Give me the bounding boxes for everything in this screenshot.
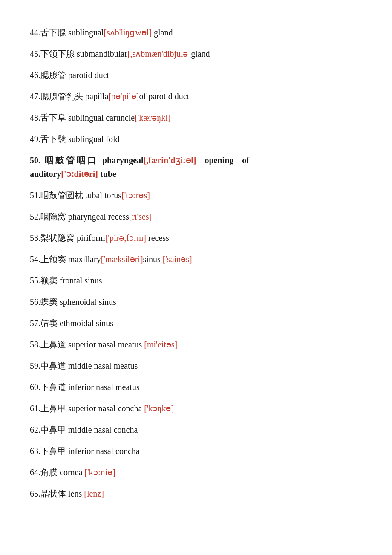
entry-46-text: 46.腮腺管 parotid duct	[30, 70, 109, 80]
entry-65-text: 65.晶状体 lens [lenz]	[30, 489, 104, 498]
entry-62: 62.中鼻甲 middle nasal concha	[30, 423, 362, 436]
entry-58-text: 58.上鼻道 superior nasal meatus [mi'eitəs]	[30, 340, 177, 349]
entry-52-text: 52.咽隐窝 pharyngeal recess[ri'ses]	[30, 212, 152, 221]
entry-65: 65.晶状体 lens [lenz]	[30, 487, 362, 500]
entry-48: 48.舌下阜 sublingual caruncle['kærəŋkl]	[30, 111, 362, 124]
entry-53: 53.梨状隐窝 piriform['pirə,fɔːm] recess	[30, 231, 362, 245]
entry-50-continuation-text: auditory['ɔːditəri] tube	[30, 169, 116, 179]
entry-60-text: 60.下鼻道 inferior nasal meatus	[30, 382, 140, 392]
entry-57-text: 57.筛窦 ethmoidal sinus	[30, 318, 113, 328]
entry-55: 55.额窦 frontal sinus	[30, 274, 362, 287]
entry-61: 61.上鼻甲 superior nasal concha ['kɔŋkə]	[30, 402, 362, 415]
entry-62-text: 62.中鼻甲 middle nasal concha	[30, 425, 138, 434]
entry-58: 58.上鼻道 superior nasal meatus [mi'eitəs]	[30, 338, 362, 351]
entry-47: 47.腮腺管乳头 papilla[pə'pilə]of parotid duct	[30, 90, 362, 103]
entry-50-text: 50. 咽 鼓 管 咽 口 pharyngeal[,færin'dʒiːəl] …	[30, 156, 249, 165]
content: 44.舌下腺 sublingual[sʌb'liŋɡwəl] gland 45.…	[30, 26, 362, 500]
entry-56: 56.蝶窦 sphenoidal sinus	[30, 295, 362, 309]
entry-57: 57.筛窦 ethmoidal sinus	[30, 316, 362, 330]
entry-56-text: 56.蝶窦 sphenoidal sinus	[30, 297, 116, 306]
entry-46: 46.腮腺管 parotid duct	[30, 68, 362, 82]
entry-47-text: 47.腮腺管乳头 papilla[pə'pilə]of parotid duct	[30, 92, 189, 101]
entry-54: 54.上颌窦 maxillary['mæksiləri]sinus ['sain…	[30, 252, 362, 266]
entry-51-text: 51.咽鼓管圆枕 tubal torus['tɔːrəs]	[30, 191, 150, 200]
entry-44: 44.舌下腺 sublingual[sʌb'liŋɡwəl] gland	[30, 26, 362, 39]
entry-64: 64.角膜 cornea ['kɔːniə]	[30, 465, 362, 479]
entry-52: 52.咽隐窝 pharyngeal recess[ri'ses]	[30, 210, 362, 223]
entry-64-text: 64.角膜 cornea ['kɔːniə]	[30, 468, 115, 477]
entry-49: 49.舌下襞 sublingual fold	[30, 132, 362, 146]
entry-54-text: 54.上颌窦 maxillary['mæksiləri]sinus ['sain…	[30, 254, 192, 264]
entry-63-text: 63.下鼻甲 inferior nasal concha	[30, 446, 140, 456]
entry-48-text: 48.舌下阜 sublingual caruncle['kærəŋkl]	[30, 113, 170, 122]
entry-59: 59.中鼻道 middle nasal meatus	[30, 359, 362, 373]
entry-49-text: 49.舌下襞 sublingual fold	[30, 134, 120, 144]
entry-45: 45.下颌下腺 submandibular[,sʌbmæn'dibjulə]gl…	[30, 47, 362, 61]
entry-61-text: 61.上鼻甲 superior nasal concha ['kɔŋkə]	[30, 404, 174, 413]
entry-63: 63.下鼻甲 inferior nasal concha	[30, 444, 362, 458]
entry-50-continuation: auditory['ɔːditəri] tube	[30, 167, 362, 181]
entry-51: 51.咽鼓管圆枕 tubal torus['tɔːrəs]	[30, 188, 362, 202]
entry-55-text: 55.额窦 frontal sinus	[30, 276, 102, 285]
entry-53-text: 53.梨状隐窝 piriform['pirə,fɔːm] recess	[30, 233, 169, 243]
entry-50: 50. 咽 鼓 管 咽 口 pharyngeal[,færin'dʒiːəl] …	[30, 153, 362, 167]
entry-45-text: 45.下颌下腺 submandibular[,sʌbmæn'dibjulə]gl…	[30, 49, 210, 58]
entry-44-text: 44.舌下腺 sublingual[sʌb'liŋɡwəl] gland	[30, 28, 173, 37]
entry-59-text: 59.中鼻道 middle nasal meatus	[30, 361, 138, 370]
entry-60: 60.下鼻道 inferior nasal meatus	[30, 380, 362, 394]
